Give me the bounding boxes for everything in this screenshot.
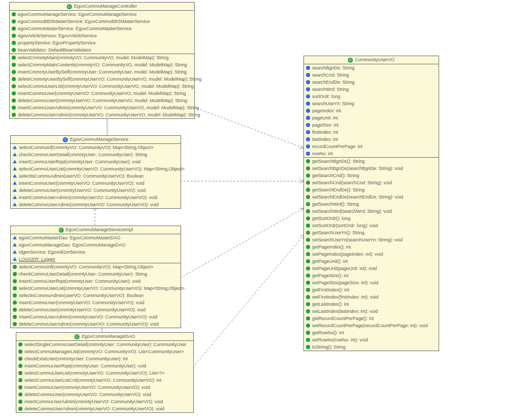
private-icon bbox=[306, 102, 310, 106]
member-row: selectCommuInf(cmmntyVO: CommunityVO): M… bbox=[11, 263, 181, 270]
member-row: selectCommuUserList(cmmntyUserVO: Commun… bbox=[16, 369, 193, 377]
public-icon bbox=[306, 338, 310, 342]
member-label: setRowNo(rowNo: int): void bbox=[312, 337, 368, 343]
member-row: setFirstIndex(firstIndex: int): void bbox=[304, 293, 439, 301]
member-row: egovCommuMasterService: EgovCommuMasterS… bbox=[10, 25, 194, 32]
svg-line-4 bbox=[194, 107, 303, 148]
class-title: CCommunityUserVO bbox=[304, 56, 439, 64]
member-label: getSearchWrd(): String bbox=[312, 201, 359, 207]
public-icon bbox=[12, 56, 16, 60]
public-icon bbox=[306, 245, 310, 249]
member-label: insertCommuUserRqst(cmmntyUser: Communit… bbox=[24, 363, 146, 369]
member-label: selectCommuInf(cmmntyVO: CommunityVO): M… bbox=[19, 144, 154, 151]
member-row: propertyService: EgovPropertyService bbox=[10, 39, 194, 46]
member-label: selectCmmntyMain(cmmntyVO: CommunityVO, … bbox=[18, 55, 169, 61]
class-name-label: CommunityUserVO bbox=[355, 57, 395, 62]
member-label: setSearchCnd(searchCnd: String): void bbox=[312, 180, 392, 186]
public-icon bbox=[18, 407, 22, 411]
member-label: toString(): String bbox=[312, 344, 346, 350]
public-icon bbox=[13, 286, 17, 290]
member-row: getPageSize(): int bbox=[304, 272, 439, 279]
member-row: insertCommuUserAdmin(cmmntyUserVO: Commu… bbox=[10, 104, 194, 111]
member-row: pageIndex: int bbox=[304, 107, 439, 114]
class-icon: C bbox=[348, 58, 353, 63]
abstract-icon bbox=[13, 153, 17, 156]
class-icon: C bbox=[67, 4, 72, 9]
class-section: selectSingleCommuUserDetail(cmmntyUser: … bbox=[16, 341, 193, 412]
member-label: selectCommuInf(cmmntyVO: CommunityVO): M… bbox=[19, 264, 154, 270]
private-icon bbox=[306, 144, 310, 149]
member-row: beanValidator: DefaultBeanValidator bbox=[10, 46, 194, 54]
member-label: setSearchWrd(searchWrd: String): void bbox=[312, 208, 392, 214]
private-icon bbox=[306, 73, 310, 77]
member-label: deleteCommuUser(cmmntyUserVO: CommunityU… bbox=[18, 97, 187, 104]
member-label: insertCommuUserAdmin(cmmntyUserVO: Commu… bbox=[19, 194, 158, 201]
member-row: insertCommuUser(cmmntyUserVO: CommunityU… bbox=[11, 180, 181, 187]
private-icon bbox=[306, 137, 310, 141]
member-label: insertCommuUserRqst(cmmntyUser: Communit… bbox=[19, 159, 141, 165]
member-label: selectIsCommuAdmin(userVO: CommunityUser… bbox=[19, 292, 144, 299]
member-label: selectCommuUserListCnt(cmmntyUserVO: Com… bbox=[24, 377, 162, 383]
member-row: searchUseYn: String bbox=[304, 100, 439, 107]
private-icon bbox=[306, 66, 310, 70]
member-row: setSortOrdr(sortOrdr: long): void bbox=[304, 222, 439, 229]
public-icon bbox=[18, 392, 22, 397]
member-label: selectCommuUserList(cmmntyUserVO: Commun… bbox=[18, 83, 194, 89]
public-icon bbox=[13, 301, 17, 305]
member-label: propertyService: EgovPropertyService bbox=[18, 40, 96, 46]
member-label: checkExistUser(cmmntyUser: CommunityUser… bbox=[24, 356, 128, 362]
member-label: idgenService: EgovIdGnrService bbox=[19, 249, 85, 255]
member-label: setSearchUseYn(searchUseYn: String): voi… bbox=[312, 237, 403, 243]
member-label: rowNo: int bbox=[312, 151, 333, 157]
member-row: selectCmmntyMain(cmmntyVO: CommunityVO, … bbox=[10, 54, 194, 61]
member-row: selectCommuInf(cmmntyVO: CommunityVO): M… bbox=[11, 144, 181, 151]
class-section: egovCommuMasterDao: EgovCommuMasterDAOeg… bbox=[11, 234, 181, 263]
class-ctrl: CEgovCommuManageControlleregovCommuManag… bbox=[9, 2, 195, 119]
svg-line-13 bbox=[193, 235, 304, 367]
member-label: recordCountPerPage: int bbox=[312, 143, 363, 150]
public-icon bbox=[18, 342, 22, 347]
private-icon bbox=[306, 152, 310, 156]
member-label: selectCommuUserList(cmmntyUserVO: Commun… bbox=[19, 166, 185, 172]
member-row: getRecordCountPerPage(): int bbox=[304, 315, 439, 322]
public-icon bbox=[306, 238, 310, 242]
class-section: egovCommuManageService: EgovCommuManageS… bbox=[10, 11, 194, 54]
member-label: getFirstIndex(): int bbox=[312, 287, 349, 293]
member-row: deleteCommuUserAdmin(cmmntyUserVO: Commu… bbox=[16, 405, 193, 412]
public-icon bbox=[306, 216, 310, 220]
member-row: insertCmmntyUserBySelf(cmmntyUser: Commu… bbox=[10, 68, 194, 76]
member-label: getPageIndex(): int bbox=[312, 244, 351, 250]
member-row: selectCommuUserListCnt(cmmntyUserVO: Com… bbox=[16, 377, 193, 384]
abstract-icon bbox=[13, 145, 17, 149]
class-svc: IEgovCommuManageServiceselectCommuInf(cm… bbox=[10, 135, 181, 209]
public-icon bbox=[306, 266, 310, 270]
public-icon bbox=[306, 195, 310, 199]
member-label: egovCommuManageDao: EgovCommuManageDAO bbox=[19, 242, 125, 248]
abstract-icon bbox=[13, 174, 17, 178]
class-dao: CEgovCommuManageDAOselectSingleCommuUser… bbox=[16, 332, 194, 413]
member-row: selectSingleCommuUserDetail(cmmntyUser: … bbox=[16, 341, 193, 348]
member-label: deleteCommuUserAdmin(cmmntyUserVO: Commu… bbox=[19, 321, 159, 327]
class-section: selectCommuInf(cmmntyVO: CommunityVO): M… bbox=[11, 263, 181, 328]
member-label: selectSingleCommuUserDetail(cmmntyUser: … bbox=[24, 341, 187, 348]
member-row: insertCommuUserRqst(cmmntyUser: Communit… bbox=[11, 278, 181, 285]
abstract-icon bbox=[13, 257, 17, 261]
member-label: searchUseYn: String bbox=[312, 101, 354, 107]
member-row: firstIndex: int bbox=[304, 129, 439, 136]
public-icon bbox=[306, 259, 310, 263]
private-icon bbox=[306, 116, 310, 120]
member-row: setRowNo(rowNo: int): void bbox=[304, 336, 439, 343]
member-label: setLastIndex(lastIndex: int): void bbox=[312, 308, 378, 314]
member-row: getRowNo(): int bbox=[304, 329, 439, 336]
member-row: searchWrd: String bbox=[304, 86, 439, 93]
class-title: CEgovCommuManageServiceImpl bbox=[11, 226, 181, 234]
member-label: setPageUnit(pageUnit: int): void bbox=[312, 265, 377, 271]
class-section: selectCmmntyMain(cmmntyVO: CommunityVO, … bbox=[10, 54, 194, 118]
member-label: setSearchBgnDe(searchBgnDe: String): voi… bbox=[312, 165, 403, 171]
member-label: insertCommuUserRqst(cmmntyUser: Communit… bbox=[19, 278, 141, 284]
class-icon: C bbox=[59, 228, 64, 233]
public-icon bbox=[306, 302, 310, 306]
public-icon bbox=[12, 98, 16, 103]
member-row: egovArticleService: EgovArticleService bbox=[10, 32, 194, 39]
member-row: toString(): String bbox=[304, 343, 439, 351]
